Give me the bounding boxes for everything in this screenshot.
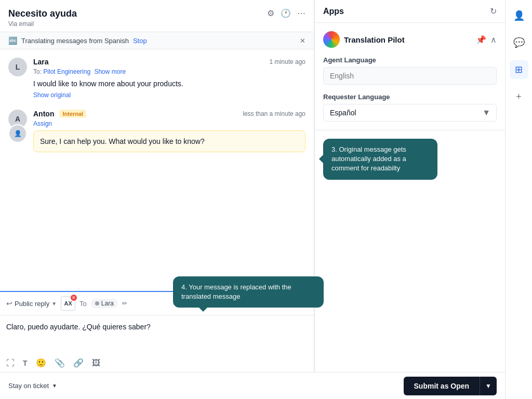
message-time: 1 minute ago: [270, 58, 305, 65]
translate-toggle-button[interactable]: AX ✕: [61, 296, 75, 311]
reply-type-button[interactable]: ↩ Public reply ▼: [6, 299, 57, 308]
message-to-link[interactable]: Pilot Engineering: [43, 68, 90, 75]
chevron-down-icon: ▼: [51, 301, 57, 307]
translate-badge: ✕: [71, 295, 77, 301]
tooltip-arrow: [315, 155, 323, 163]
message-bubble: Sure, I can help you. What would you lik…: [33, 130, 305, 152]
requester-language-select-wrapper: Español ▼: [323, 104, 497, 122]
reply-format-bar: ⛶ T 🙂 📎 🔗 🖼: [0, 354, 314, 372]
tooltip-4: 4. Your message is replaced with the tra…: [173, 276, 324, 308]
icon-rail: 👤 💬 ⊞ +: [505, 0, 532, 399]
reply-text-input[interactable]: Claro, puedo ayudarte. ¿Qué quieres sabe…: [0, 315, 314, 352]
bottom-bar: Stay on ticket ▼ Submit as Open ▼: [0, 372, 505, 399]
ticket-title: Necesito ayuda: [8, 8, 77, 19]
messages-area: L Lara 1 minute ago To: Pilot Engineerin…: [0, 49, 314, 291]
submit-dropdown-button[interactable]: ▼: [480, 377, 497, 395]
translate-icon: 🔤: [8, 36, 17, 45]
message-item: A 👤 Anton Internal less than a minute ag…: [8, 110, 305, 152]
text-format-icon[interactable]: T: [23, 359, 28, 367]
stop-button[interactable]: Stop: [133, 37, 147, 45]
assign-link[interactable]: Assign: [33, 120, 305, 127]
chat-icon[interactable]: 💬: [510, 33, 528, 52]
to-label: To: [79, 300, 87, 308]
edit-recipient-icon[interactable]: ✏: [122, 300, 127, 307]
requester-language-select[interactable]: Español: [323, 104, 497, 122]
chevron-down-icon: ▼: [52, 383, 57, 389]
message-author: Anton: [33, 110, 54, 118]
message-author: Lara: [33, 58, 49, 66]
translation-pilot-section: Translation Pilot 📌 ∧ Agent Language Req…: [315, 23, 505, 130]
refresh-icon[interactable]: ↻: [490, 6, 497, 16]
close-icon[interactable]: ✕: [300, 37, 305, 45]
agent-language-input[interactable]: [323, 67, 497, 85]
emoji-icon[interactable]: 🙂: [36, 358, 46, 368]
submit-button[interactable]: Submit as Open: [404, 377, 480, 395]
expand-icon[interactable]: ⛶: [6, 358, 15, 368]
message-to: To: Pilot Engineering Show more: [33, 68, 305, 75]
pin-icon[interactable]: 📌: [476, 35, 486, 45]
apps-title: Apps: [323, 7, 344, 16]
stay-on-ticket-button[interactable]: Stay on ticket ▼: [8, 382, 57, 390]
tooltip-3: 3. Original message gets automatically a…: [323, 139, 437, 180]
pilot-name: Translation Pilot: [344, 35, 405, 44]
requester-language-label: Requester Language: [323, 93, 497, 101]
assign-avatar: 👤: [8, 124, 27, 143]
pilot-logo: [323, 31, 340, 48]
avatar: A 👤: [8, 110, 27, 128]
history-icon[interactable]: 🕐: [281, 8, 291, 18]
apps-header: Apps ↻: [315, 0, 505, 23]
right-panel: Apps ↻ Translation Pilot 📌 ∧ Agent Langu…: [314, 0, 505, 372]
agent-language-label: Agent Language: [323, 56, 497, 64]
show-original-link[interactable]: Show original: [33, 91, 71, 99]
message-item: L Lara 1 minute ago To: Pilot Engineerin…: [8, 58, 305, 99]
link-icon[interactable]: 🔗: [73, 358, 84, 368]
user-icon[interactable]: 👤: [510, 6, 528, 25]
more-icon[interactable]: ⋯: [297, 8, 305, 18]
message-text: I would like to know more about your pro…: [33, 78, 305, 89]
attachment-icon[interactable]: 📎: [55, 358, 65, 368]
recipient-chip[interactable]: Lara: [91, 299, 118, 308]
image-icon[interactable]: 🖼: [92, 358, 100, 368]
submit-group: Submit as Open ▼: [404, 377, 497, 395]
avatar: L: [8, 58, 27, 76]
message-time: less than a minute ago: [243, 110, 305, 117]
grid-icon[interactable]: ⊞: [510, 60, 528, 79]
internal-badge: Internal: [59, 110, 86, 118]
banner-text: Translating messages from Spanish: [21, 37, 129, 45]
filter-icon[interactable]: ⚙: [267, 8, 274, 18]
recipient-dot-icon: [95, 301, 99, 305]
add-icon[interactable]: +: [510, 87, 528, 106]
ticket-subtitle: Via email: [8, 20, 77, 28]
show-more-link[interactable]: Show more: [94, 68, 126, 75]
collapse-icon[interactable]: ∧: [490, 35, 497, 45]
translation-banner: 🔤 Translating messages from Spanish Stop…: [0, 32, 314, 49]
